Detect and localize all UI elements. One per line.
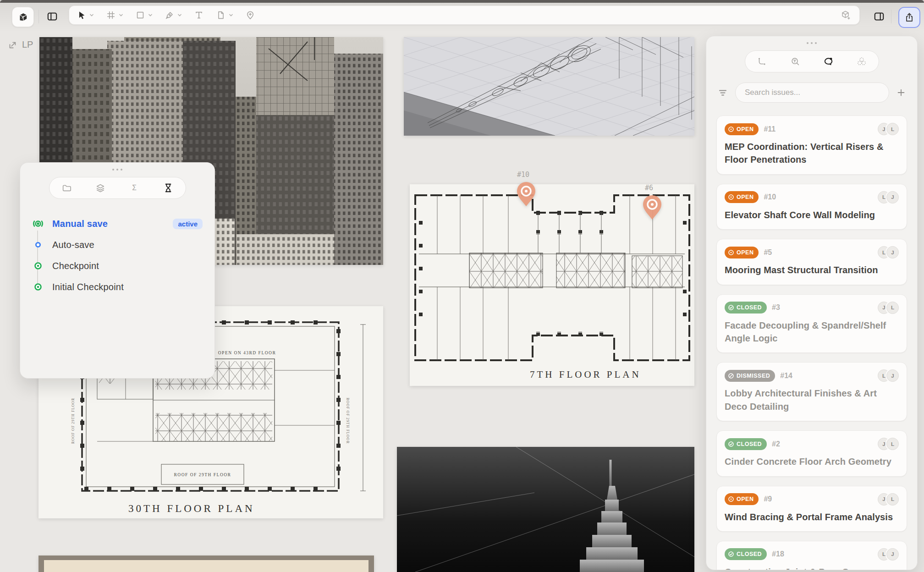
wireframe-3d-view[interactable] bbox=[404, 37, 694, 136]
search-text-icon bbox=[790, 56, 800, 66]
issue-pin-10[interactable] bbox=[516, 182, 536, 207]
issue-card[interactable]: OPEN #5 L J Mooring Mast Structural Tran… bbox=[716, 239, 907, 285]
tab-comments[interactable] bbox=[812, 51, 845, 72]
filter-button[interactable] bbox=[717, 87, 728, 98]
add-issue-button[interactable] bbox=[896, 88, 906, 98]
frame-label[interactable]: LP bbox=[7, 39, 33, 50]
issue-title: MEP Coordination: Vertical Risers & Floo… bbox=[725, 140, 899, 166]
issue-card[interactable]: OPEN #10 L J Elevator Shaft Core Wall Mo… bbox=[716, 184, 907, 230]
frame-tool[interactable] bbox=[106, 10, 123, 20]
left-panel-toggle[interactable] bbox=[44, 9, 60, 24]
framed-picture[interactable] bbox=[38, 556, 374, 572]
issue-card[interactable]: DISMISSED #14 L J Lobby Architectural Fi… bbox=[716, 362, 907, 421]
chevron-down-icon[interactable] bbox=[89, 13, 94, 17]
top-toolbar bbox=[0, 0, 924, 32]
avatar: J bbox=[886, 548, 899, 561]
pin-label: #6 bbox=[645, 184, 653, 192]
map-pin-icon bbox=[516, 182, 536, 207]
chevron-down-icon[interactable] bbox=[229, 13, 233, 17]
issue-title: Elevator Shaft Core Wall Modeling bbox=[725, 209, 899, 221]
issue-card[interactable]: CLOSED #3 J L Facade Decoupling & Spandr… bbox=[716, 294, 907, 353]
tab-measure[interactable] bbox=[745, 51, 779, 72]
filter-icon bbox=[717, 87, 728, 98]
rectangle-icon bbox=[135, 10, 145, 20]
issue-number: #10 bbox=[764, 193, 776, 201]
search-issues-input[interactable] bbox=[735, 82, 889, 103]
status-badge: OPEN bbox=[725, 191, 759, 203]
issues-panel: OPEN #11 J L MEP Coordination: Vertical … bbox=[706, 36, 918, 570]
wireframe-image bbox=[404, 37, 694, 136]
pen-icon bbox=[165, 10, 175, 20]
right-panel-toggle[interactable] bbox=[871, 9, 887, 24]
tab-clusters[interactable] bbox=[845, 51, 879, 72]
issue-card[interactable]: OPEN #9 J L Wind Bracing & Portal Frame … bbox=[716, 486, 907, 532]
issue-number: #14 bbox=[780, 372, 792, 380]
tab-find[interactable] bbox=[778, 51, 812, 72]
avatar: J bbox=[886, 369, 899, 382]
comments-icon bbox=[823, 56, 834, 67]
select-tool[interactable] bbox=[77, 10, 94, 20]
tab-layers[interactable] bbox=[83, 177, 117, 198]
avatar: L bbox=[886, 302, 899, 314]
share-button[interactable] bbox=[898, 7, 920, 28]
issue-pin-6[interactable] bbox=[642, 195, 662, 220]
history-item-auto-save[interactable]: Auto-save bbox=[31, 234, 214, 255]
status-badge: CLOSED bbox=[725, 302, 767, 314]
avatar: L bbox=[886, 123, 899, 135]
issue-card[interactable]: CLOSED #2 J L Cinder Concrete Floor Arch… bbox=[716, 430, 907, 476]
panel-left-icon bbox=[46, 11, 58, 22]
history-item-label: Checkpoint bbox=[52, 261, 99, 271]
plan-note-left: ROOF OF 29TH FLOOR bbox=[71, 398, 75, 444]
sigma-icon: Σ bbox=[129, 183, 139, 193]
layers-icon bbox=[95, 183, 105, 193]
history-panel-tabs: Σ bbox=[49, 177, 186, 199]
issues-panel-tabs bbox=[745, 50, 879, 72]
panel-drag-handle[interactable] bbox=[20, 163, 214, 170]
checkpoint-icon bbox=[31, 261, 45, 270]
open-frame-icon bbox=[7, 40, 17, 50]
tab-history[interactable] bbox=[151, 177, 185, 198]
status-open-icon bbox=[728, 249, 734, 256]
status-badge: CLOSED bbox=[725, 438, 767, 450]
spire-photo[interactable] bbox=[397, 447, 694, 572]
tab-variables[interactable]: Σ bbox=[117, 177, 151, 198]
status-closed-icon bbox=[728, 304, 734, 311]
insert-3d-object-tool[interactable] bbox=[840, 10, 851, 21]
issue-number: #9 bbox=[764, 495, 772, 503]
pen-tool[interactable] bbox=[165, 10, 182, 20]
frame-icon bbox=[106, 10, 116, 20]
chevron-down-icon[interactable] bbox=[177, 13, 182, 17]
chevron-down-icon[interactable] bbox=[119, 13, 123, 17]
hourglass-icon bbox=[163, 183, 173, 193]
issue-card[interactable]: OPEN #11 J L MEP Coordination: Vertical … bbox=[716, 116, 907, 175]
assignee-avatars: J L bbox=[878, 123, 899, 135]
issue-card[interactable]: CLOSED #18 L J Construction Joint & Pour… bbox=[716, 541, 907, 570]
avatar: J bbox=[886, 246, 899, 258]
comment-pin-tool[interactable] bbox=[245, 10, 255, 20]
status-badge: OPEN bbox=[725, 493, 759, 505]
history-item-checkpoint[interactable]: Checkpoint bbox=[31, 255, 214, 276]
folder-icon bbox=[61, 183, 72, 193]
issue-title: Construction Joint & Pour Sequence Docum… bbox=[725, 566, 899, 570]
status-closed-icon bbox=[728, 441, 734, 447]
active-badge: active bbox=[173, 219, 203, 229]
panel-drag-handle[interactable] bbox=[706, 36, 917, 44]
framed-picture-mat bbox=[44, 560, 368, 572]
app-logo-button[interactable] bbox=[12, 7, 34, 27]
assignee-avatars: J L bbox=[878, 302, 899, 314]
insert-file-tool[interactable] bbox=[216, 10, 233, 20]
text-tool[interactable] bbox=[194, 10, 204, 20]
shape-tool[interactable] bbox=[135, 10, 153, 20]
assignee-avatars: L J bbox=[878, 548, 899, 561]
tab-files[interactable] bbox=[50, 177, 83, 198]
issues-search-row bbox=[717, 82, 906, 103]
history-item-initial-checkpoint[interactable]: Initial Checkpoint bbox=[31, 276, 214, 297]
plan-caption: 7TH FLOOR PLAN bbox=[530, 369, 641, 380]
save-history-list: Manual save active Auto-save Checkpoint bbox=[20, 213, 214, 297]
panel-right-icon bbox=[873, 11, 885, 22]
assignee-avatars: J L bbox=[878, 493, 899, 506]
chevron-down-icon[interactable] bbox=[148, 13, 153, 17]
history-item-label: Manual save bbox=[52, 219, 108, 229]
avatar: L bbox=[886, 438, 899, 450]
history-item-manual-save[interactable]: Manual save active bbox=[31, 213, 214, 234]
